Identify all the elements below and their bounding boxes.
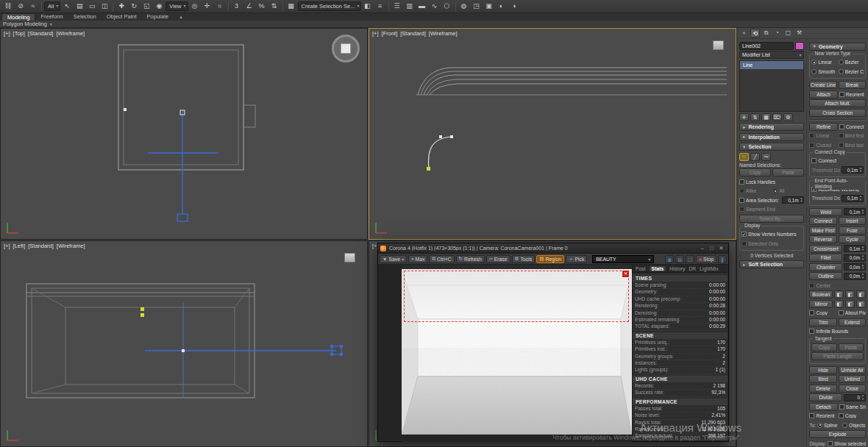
bind-button[interactable]: Bind — [809, 375, 836, 383]
create-line-button[interactable]: Create Line — [809, 81, 836, 89]
selected-only-checkbox[interactable]: Selected Only — [741, 241, 802, 246]
render-region-overlay[interactable]: ✕ — [404, 271, 629, 322]
infinite-bounds-checkbox[interactable]: Infinite Bounds — [809, 329, 866, 334]
fillet-button[interactable]: Fillet — [809, 254, 842, 262]
edit-named-selection-sets-icon[interactable]: ▦ — [285, 1, 297, 12]
corona-refresh-button[interactable]: ↻Refresh — [456, 255, 485, 263]
connect-checkbox[interactable]: Connect — [839, 124, 866, 129]
render-image[interactable]: ✕ — [402, 269, 632, 435]
viewport-left[interactable]: [+][Left][Standard][Wireframe] — [0, 240, 368, 447]
segment-end-checkbox[interactable]: Segment End — [739, 207, 804, 212]
schematic-view-icon[interactable]: ⬡ — [441, 1, 453, 12]
threshold-dist-spinner[interactable]: 0,1m▲▼ — [842, 195, 864, 202]
render-iterative-icon[interactable]: ◑ — [508, 1, 520, 12]
corona-tab-post[interactable]: Post — [636, 266, 646, 271]
stop-render-button[interactable]: ■ Stop — [696, 255, 716, 263]
boolean-option-icon-1[interactable]: ◧ — [845, 290, 855, 298]
corona-region-button[interactable]: ▧Region — [536, 255, 564, 263]
corona-max-button[interactable]: »Max — [408, 255, 427, 263]
hierarchy-tab-icon[interactable]: ⧉ — [761, 29, 771, 37]
rollout-geometry[interactable]: ▼Geometry — [809, 43, 866, 51]
ribbon-collapse-icon[interactable]: ▴ — [179, 13, 182, 21]
detach-button[interactable]: Detach — [809, 403, 837, 411]
pin-stack-icon[interactable]: ✛ — [739, 113, 749, 121]
angle-snap-icon[interactable]: ∠ — [243, 1, 255, 12]
ribbon-tab-object-paint[interactable]: Object Paint — [102, 13, 142, 21]
mirror-button[interactable]: Mirror — [809, 300, 833, 308]
viewcube-mini[interactable] — [713, 40, 724, 50]
cross-section-button[interactable]: Cross Section — [809, 109, 866, 117]
bind-first-checkbox[interactable]: Bind first — [839, 133, 866, 138]
select-and-scale-icon[interactable]: ◱ — [140, 1, 152, 12]
connect-checkbox[interactable]: Connect — [811, 158, 864, 163]
maximize-icon[interactable]: □ — [707, 245, 716, 251]
viewport-label-part-2[interactable]: [Standard] — [400, 30, 426, 37]
extend-button[interactable]: Extend — [839, 318, 866, 326]
crossinsert-button[interactable]: CrossInsert — [809, 245, 842, 253]
layer-explorer-icon[interactable]: ▥ — [404, 1, 416, 12]
scene-explorer-icon[interactable]: ☰ — [391, 1, 403, 12]
attach-button[interactable]: Attach — [809, 90, 837, 99]
keyboard-shortcut-override-icon[interactable]: ⌗ — [214, 1, 226, 12]
copy-button[interactable]: Copy — [811, 343, 836, 351]
viewport-top[interactable]: [+][Top][Standard][Wireframe] — [0, 28, 368, 240]
rectangular-selection-region-icon[interactable]: ▭ — [86, 1, 98, 12]
show-end-result-icon[interactable]: ⇅ — [750, 113, 760, 121]
select-and-move-icon[interactable]: ✚ — [115, 1, 127, 12]
corona-tab-history[interactable]: History — [669, 266, 685, 271]
copy-button[interactable]: Copy — [739, 168, 771, 176]
corona-vfb-window[interactable]: Corona 4 (Hotfix 1) (473×305px (1:1)) | … — [377, 243, 729, 442]
viewport-label-part-2[interactable]: [Standard] — [28, 30, 54, 37]
remove-modifier-icon[interactable]: ⌦ — [772, 113, 782, 121]
object-name-field[interactable]: Line002 — [739, 42, 794, 50]
rendered-frame-window-icon[interactable]: ▣ — [483, 1, 495, 12]
unbind-button[interactable]: Unbind — [839, 375, 866, 383]
same-shp-checkbox[interactable]: Same Shp — [839, 404, 866, 410]
vertex-subobject-icon[interactable]: ∵ — [739, 153, 749, 161]
about-pivot-checkbox[interactable]: About Pivot — [839, 310, 866, 315]
area-selection-checkbox[interactable]: Area Selection: — [739, 198, 780, 203]
weld-spinner[interactable]: 0,1m▲▼ — [844, 208, 866, 215]
spline-subobject-icon[interactable]: 〜 — [761, 153, 771, 161]
make-first-button[interactable]: Make First — [809, 226, 836, 235]
selection-filter-dropdown[interactable]: All▾ — [44, 1, 60, 11]
copy-checkbox[interactable]: Copy — [809, 310, 836, 315]
objects-radio[interactable]: Objects — [842, 423, 866, 428]
hide-button[interactable]: Hide — [809, 366, 836, 374]
fit-view-icon[interactable]: ⛶ — [686, 255, 694, 263]
make-unique-icon[interactable]: ▦ — [761, 113, 771, 121]
motion-tab-icon[interactable]: ◔ — [772, 29, 782, 37]
ribbon-tab-populate[interactable]: Populate — [142, 13, 174, 21]
viewport-label-part-0[interactable]: [+] — [372, 30, 379, 37]
paste-length-button[interactable]: Paste Length — [811, 352, 864, 360]
outline-spinner[interactable]: 0,0m▲▼ — [844, 273, 866, 280]
bind-last-checkbox[interactable]: Bind last — [839, 143, 866, 148]
smooth-radio[interactable]: Smooth — [811, 69, 836, 74]
minimize-icon[interactable]: – — [697, 245, 707, 251]
ribbon-tab-selection[interactable]: Selection — [68, 13, 102, 21]
reference-coordinate-system-dropdown[interactable]: View▾ — [166, 1, 188, 11]
show-selected-segs-checkbox[interactable]: Show selected segs — [828, 441, 866, 446]
spline-radio[interactable]: Spline — [817, 423, 841, 428]
reorient-checkbox[interactable]: Reorient — [839, 92, 866, 97]
boolean-option-icon-0[interactable]: ◧ — [834, 290, 844, 298]
linear-radio[interactable]: Linear — [811, 60, 836, 65]
select-by-name-icon[interactable]: ▤ — [74, 1, 85, 12]
select-and-rotate-icon[interactable]: ↻ — [128, 1, 140, 12]
ribbon-tab-freeform[interactable]: Freeform — [35, 13, 68, 21]
all-radio[interactable]: All — [772, 188, 804, 193]
window-crossing-icon[interactable]: ◫ — [99, 1, 110, 12]
bezier-corner-radio[interactable]: Bezier Corner — [839, 69, 864, 74]
rollout-rendering[interactable]: ►Rendering — [739, 123, 804, 131]
zoom-out-icon[interactable]: ⊖ — [675, 255, 684, 263]
region-close-icon[interactable]: ✕ — [622, 271, 629, 277]
viewport-label-part-1[interactable]: [Top] — [13, 30, 25, 37]
mirror-option-icon-1[interactable]: ◧ — [845, 300, 855, 308]
close-icon[interactable]: ✕ — [716, 245, 726, 251]
explode-button[interactable]: Explode — [809, 430, 866, 438]
snaps-toggle-icon[interactable]: 3 — [231, 1, 243, 12]
rollout-selection[interactable]: ▼Selection — [739, 143, 804, 151]
render-setup-icon[interactable]: ◳ — [471, 1, 483, 12]
segment-subobject-icon[interactable]: ╱ — [750, 153, 760, 161]
alike-radio[interactable]: Alike — [739, 188, 771, 193]
